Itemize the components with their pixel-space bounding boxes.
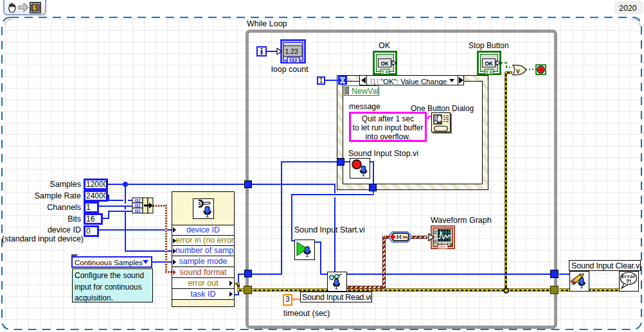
svg-text:1.23: 1.23: [285, 48, 299, 55]
svg-text:I32: I32: [290, 57, 298, 64]
svg-text:OK: OK: [485, 60, 494, 67]
svg-text:T F: T F: [381, 69, 389, 75]
svg-text:OK: OK: [380, 60, 389, 67]
svg-text:T F: T F: [485, 69, 493, 75]
svg-text:I32: I32: [134, 204, 140, 208]
svg-text:?!: ?!: [626, 278, 632, 284]
svg-text:I32: I32: [134, 209, 140, 213]
svg-text:I32: I32: [134, 198, 140, 203]
svg-text:v: v: [516, 67, 520, 74]
